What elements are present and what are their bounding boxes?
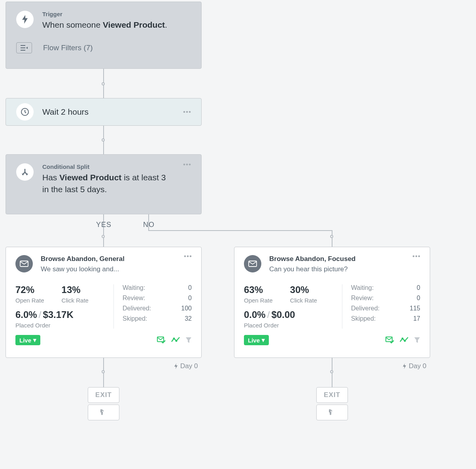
- connector: [103, 214, 104, 247]
- lightning-icon: [402, 363, 406, 369]
- review-value: 0: [188, 295, 192, 302]
- click-rate-value: 13%: [62, 284, 89, 295]
- flow-filters-label[interactable]: Flow Filters (7): [43, 43, 93, 52]
- email-icon: [15, 255, 33, 272]
- skipped-value: 17: [413, 315, 420, 322]
- svg-point-15: [173, 338, 175, 340]
- click-rate-label: Click Rate: [290, 297, 317, 304]
- trigger-node[interactable]: Trigger When someone Viewed Product. Flo…: [6, 2, 202, 69]
- svg-point-8: [186, 164, 188, 166]
- svg-point-23: [404, 340, 406, 342]
- more-icon[interactable]: [183, 163, 191, 205]
- waiting-label: Waiting:: [351, 284, 374, 291]
- svg-point-18: [413, 255, 415, 257]
- review-label: Review:: [123, 295, 145, 302]
- funnel-icon[interactable]: [414, 337, 420, 343]
- return-button[interactable]: [316, 405, 348, 420]
- return-icon: [99, 409, 108, 416]
- more-icon[interactable]: [183, 111, 191, 113]
- svg-point-9: [189, 164, 191, 166]
- exit-button[interactable]: EXIT: [316, 387, 348, 403]
- connector-dot: [102, 235, 105, 238]
- delivered-label: Delivered:: [351, 305, 380, 312]
- analytics-icon[interactable]: [171, 337, 180, 343]
- connector-dot: [102, 138, 105, 142]
- delivered-value: 100: [181, 305, 192, 312]
- clock-icon: [16, 103, 34, 121]
- more-icon[interactable]: [184, 255, 192, 273]
- svg-point-11: [184, 255, 186, 257]
- exit-button[interactable]: EXIT: [88, 387, 119, 403]
- svg-point-12: [187, 255, 189, 257]
- email-check-icon[interactable]: [385, 337, 394, 344]
- skipped-value: 32: [185, 315, 192, 322]
- email-node-general[interactable]: Browse Abandon, General We saw you looki…: [6, 247, 202, 358]
- connector-dot: [330, 370, 333, 373]
- svg-point-19: [416, 255, 417, 257]
- lightning-icon: [16, 11, 34, 28]
- trigger-label: Trigger: [42, 11, 167, 17]
- email-subject: Can you hear this picture?: [269, 265, 404, 273]
- day-label: Day 0: [402, 362, 426, 370]
- svg-point-16: [176, 340, 178, 342]
- email-node-focused[interactable]: Browse Abandon, Focused Can you hear thi…: [234, 247, 430, 358]
- waiting-label: Waiting:: [123, 284, 145, 291]
- svg-rect-0: [21, 45, 25, 46]
- svg-point-6: [189, 111, 191, 113]
- placed-order-value: 0.0%/$0.00: [244, 309, 342, 320]
- svg-point-22: [402, 338, 404, 340]
- click-rate-label: Click Rate: [62, 297, 89, 304]
- wait-text: Wait 2 hours: [42, 107, 174, 117]
- status-badge[interactable]: Live▾: [244, 335, 269, 345]
- open-rate-value: 63%: [244, 284, 273, 295]
- placed-order-value: 6.0%/$3.17K: [15, 309, 113, 320]
- open-rate-label: Open Rate: [15, 297, 44, 304]
- chevron-down-icon: ▾: [262, 337, 265, 344]
- day-label: Day 0: [174, 362, 198, 370]
- more-icon[interactable]: [412, 255, 420, 273]
- status-badge[interactable]: Live▾: [15, 335, 40, 345]
- svg-rect-2: [21, 50, 25, 51]
- svg-point-5: [186, 111, 188, 113]
- email-title: Browse Abandon, General: [41, 255, 176, 263]
- delivered-label: Delivered:: [123, 305, 151, 312]
- lightning-icon: [174, 363, 178, 369]
- connector-dot: [330, 235, 333, 238]
- wait-node[interactable]: Wait 2 hours: [6, 98, 202, 126]
- email-check-icon[interactable]: [157, 337, 166, 344]
- connector-dot: [102, 82, 105, 85]
- split-label: Conditional Split: [42, 163, 174, 170]
- split-text: Has Viewed Product is at least 3 in the …: [42, 172, 174, 196]
- filter-icon: [16, 42, 32, 53]
- trigger-text: When someone Viewed Product.: [42, 19, 167, 30]
- email-subject: We saw you looking and...: [41, 265, 176, 273]
- svg-point-4: [183, 111, 185, 113]
- open-rate-label: Open Rate: [244, 297, 273, 304]
- review-value: 0: [417, 295, 420, 302]
- analytics-icon[interactable]: [400, 337, 408, 343]
- click-rate-value: 30%: [290, 284, 317, 295]
- delivered-value: 115: [410, 305, 420, 312]
- conditional-split-node[interactable]: Conditional Split Has Viewed Product is …: [6, 154, 202, 214]
- svg-point-7: [183, 164, 185, 166]
- skipped-label: Skipped:: [351, 315, 376, 322]
- svg-point-13: [190, 255, 192, 257]
- email-icon: [244, 255, 261, 272]
- branch-no-label: NO: [143, 221, 155, 229]
- split-icon: [16, 163, 34, 181]
- connector: [332, 230, 332, 247]
- review-label: Review:: [351, 295, 374, 302]
- chevron-down-icon: ▾: [33, 337, 36, 344]
- svg-rect-1: [21, 47, 25, 48]
- return-icon: [328, 409, 336, 416]
- svg-point-20: [418, 255, 420, 257]
- return-button[interactable]: [88, 405, 119, 420]
- skipped-label: Skipped:: [123, 315, 147, 322]
- branch-yes-label: YES: [96, 221, 111, 229]
- open-rate-value: 72%: [15, 284, 44, 295]
- email-title: Browse Abandon, Focused: [269, 255, 404, 263]
- connector: [148, 230, 332, 231]
- placed-order-label: Placed Order: [15, 322, 113, 329]
- waiting-value: 0: [417, 284, 420, 291]
- funnel-icon[interactable]: [185, 337, 192, 343]
